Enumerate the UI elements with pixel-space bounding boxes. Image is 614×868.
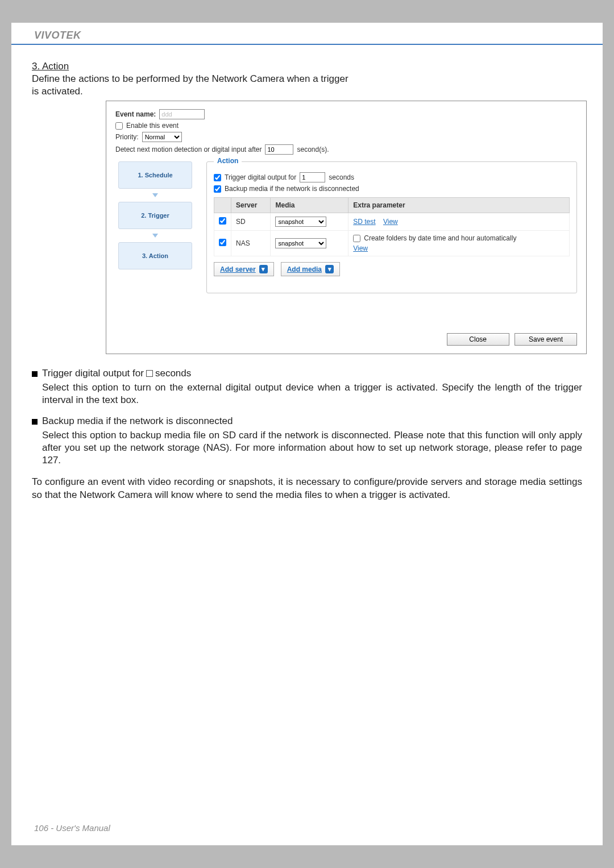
step-trigger[interactable]: 2. Trigger (118, 202, 192, 229)
trigger-output-row: Trigger digital output for seconds (214, 172, 570, 182)
content-area: 3. Action Define the actions to be perfo… (11, 45, 603, 501)
table-row: NAS snapshot Create folders by (214, 231, 570, 256)
detect-seconds-input[interactable] (265, 144, 293, 155)
row-sd-media-select[interactable]: snapshot (275, 217, 326, 227)
priority-select[interactable]: Normal (142, 132, 182, 142)
backup-checkbox[interactable] (214, 185, 221, 193)
col-extra: Extra parameter (349, 198, 570, 213)
backup-label: Backup media if the network is disconnec… (225, 185, 359, 193)
sd-view-link[interactable]: View (383, 218, 398, 226)
event-name-input[interactable] (159, 109, 205, 119)
sd-test-link[interactable]: SD test (353, 218, 375, 226)
intro-line-1: Define the actions to be performed by th… (32, 73, 582, 85)
detect-row: Detect next motion detection or digital … (115, 144, 577, 155)
event-panel: Event name: Enable this event Priority: … (106, 101, 587, 354)
trigger-output-seconds-input[interactable] (300, 172, 325, 182)
plus-icon: ▾ (325, 265, 334, 273)
enable-row: Enable this event (115, 122, 577, 130)
empty-checkbox-icon (146, 370, 153, 377)
action-legend: Action (214, 157, 242, 165)
square-bullet-icon (32, 371, 38, 377)
nas-view-link[interactable]: View (353, 244, 368, 252)
close-button[interactable]: Close (447, 333, 509, 346)
step-schedule[interactable]: 1. Schedule (118, 161, 192, 189)
enable-label: Enable this event (126, 122, 179, 130)
add-media-label: Add media (287, 265, 322, 273)
trigger-output-label-after: seconds (329, 173, 354, 181)
create-folders-checkbox[interactable] (353, 235, 360, 242)
intro-line-2: is activated. (32, 85, 102, 97)
detect-label-before: Detect next motion detection or digital … (115, 146, 262, 153)
action-fieldset: Action Trigger digital output for second… (206, 161, 577, 293)
panel-body: 1. Schedule 2. Trigger 3. Action Action … (115, 161, 577, 293)
priority-label: Priority: (115, 133, 139, 141)
action-table: Server Media Extra parameter SD (214, 197, 570, 256)
enable-checkbox[interactable] (115, 122, 123, 130)
page-footer: 106 - User's Manual (34, 823, 110, 833)
trigger-output-label-before: Trigger digital output for (225, 173, 296, 181)
step-action[interactable]: 3. Action (118, 242, 192, 269)
add-buttons-row: Add server ▾ Add media ▾ (214, 262, 570, 276)
add-media-button[interactable]: Add media ▾ (281, 262, 340, 276)
detect-label-after: second(s). (297, 146, 329, 153)
section-title: 3. Action (32, 61, 582, 72)
col-media: Media (271, 198, 349, 213)
bullet-body: Select this option to turn on the extern… (42, 381, 582, 406)
closing-paragraph: To configure an event with video recordi… (32, 476, 582, 501)
event-name-label: Event name: (115, 110, 156, 118)
square-bullet-icon (32, 419, 38, 425)
create-folders-label: Create folders by date time and hour aut… (364, 234, 516, 242)
brand-bar: VIVOTEK (11, 23, 603, 45)
bullet-title: Backup media if the network is disconnec… (42, 416, 233, 427)
save-event-button[interactable]: Save event (515, 333, 577, 346)
row-nas-server: NAS (231, 231, 271, 256)
bullet-title: Trigger digital output for seconds (42, 368, 191, 379)
priority-row: Priority: Normal (115, 132, 577, 142)
table-row: SD snapshot SD test View (214, 213, 570, 231)
row-nas-media-select[interactable]: snapshot (275, 238, 326, 248)
row-sd-server: SD (231, 213, 271, 231)
add-server-button[interactable]: Add server ▾ (214, 262, 274, 276)
bullet-title-after: seconds (155, 368, 191, 379)
bullet-item: Backup media if the network is disconnec… (32, 416, 582, 427)
dialog-buttons: Close Save event (115, 333, 577, 346)
plus-icon: ▾ (259, 265, 268, 273)
event-name-row: Event name: (115, 109, 577, 119)
bullet-title-before: Backup media if the network is disconnec… (42, 416, 233, 427)
col-server: Server (231, 198, 271, 213)
chevron-down-icon (152, 234, 158, 238)
trigger-output-checkbox[interactable] (214, 174, 221, 181)
steps-column: 1. Schedule 2. Trigger 3. Action (115, 161, 195, 293)
brand-text: VIVOTEK (34, 30, 81, 41)
backup-row: Backup media if the network is disconnec… (214, 185, 570, 193)
bullet-list: Trigger digital output for seconds Selec… (32, 368, 582, 467)
page: VIVOTEK 3. Action Define the actions to … (11, 23, 603, 845)
bullet-item: Trigger digital output for seconds (32, 368, 582, 379)
row-sd-checkbox[interactable] (219, 217, 226, 225)
chevron-down-icon (152, 193, 158, 197)
add-server-label: Add server (220, 265, 256, 273)
bullet-title-before: Trigger digital output for (42, 368, 144, 379)
bullet-body: Select this option to backup media file … (42, 429, 582, 467)
row-nas-checkbox[interactable] (219, 239, 226, 246)
